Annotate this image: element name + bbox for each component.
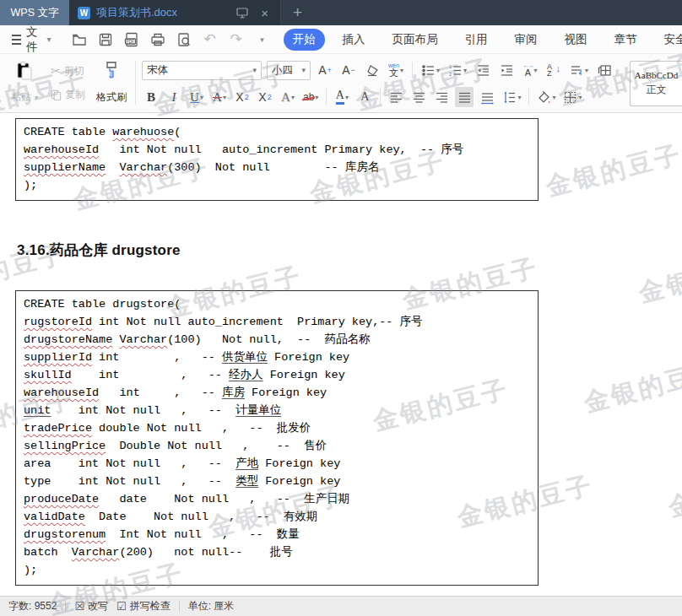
new-tab-button[interactable]: + — [280, 0, 314, 25]
measure-unit[interactable]: 单位: 厘米 — [188, 599, 235, 613]
export-pdf-icon[interactable]: PDF — [122, 30, 141, 49]
align-center-button[interactable] — [409, 87, 428, 107]
underline-button[interactable]: U▾ — [187, 87, 206, 107]
open-file-icon[interactable] — [70, 30, 89, 49]
toolbar-row-font: 宋体▾ 小四▾ A+ A− wén文▾ ▾ 12▾ — [142, 59, 614, 81]
bold-button[interactable]: B — [142, 87, 160, 107]
text-tools-button[interactable] — [595, 60, 614, 80]
decrease-font-button[interactable]: A− — [339, 60, 358, 80]
print-preview-icon[interactable] — [175, 30, 193, 49]
shading-button[interactable]: ▾ — [535, 87, 557, 107]
tab-view[interactable]: 视图 — [555, 29, 597, 51]
code-text: supplierId — [24, 351, 92, 364]
code-text: int , -- — [72, 369, 229, 381]
code-text: warehouseId — [24, 143, 99, 156]
bullet-list-button[interactable]: ▾ — [419, 60, 441, 80]
quick-access-more-icon[interactable]: ▾ — [253, 30, 272, 49]
cut-button[interactable]: ✂ 剪切 — [47, 62, 89, 79]
tab-security[interactable]: 安全 — [655, 29, 682, 51]
code-line: CREATE table warehuose( — [24, 123, 530, 141]
code-text: Varchar — [119, 161, 167, 174]
code-line: tradePrice double Not null , -- 批发价 — [24, 419, 530, 437]
code-text: date Not null , -- 生产日期 — [99, 493, 349, 505]
file-menu-button[interactable]: 文件 ▾ — [7, 24, 57, 55]
format-painter-label: 格式刷 — [93, 89, 130, 105]
code-text: Int Not null , -- 数量 — [106, 528, 300, 541]
spellcheck-toggle[interactable]: ☑ 拼写检查 — [116, 599, 170, 613]
superscript-button[interactable]: X2 — [233, 87, 252, 107]
borders-button[interactable]: ▾ — [561, 87, 583, 107]
clear-format-button[interactable] — [363, 60, 382, 80]
line-spacing-button[interactable]: ▾ — [501, 87, 522, 107]
quick-access-toolbar: PDF ↶ ↷ ▾ — [70, 30, 272, 49]
code-text: int , -- — [99, 386, 222, 399]
code-text: 经办人 — [229, 369, 263, 381]
tab-page-layout[interactable]: 页面布局 — [383, 29, 447, 51]
svg-text:PDF: PDF — [126, 39, 133, 43]
italic-button[interactable]: I — [165, 87, 183, 107]
paragraph-layout-button[interactable]: ▾ — [568, 60, 590, 80]
font-size-select[interactable]: 小四▾ — [267, 61, 311, 80]
highlight-color-button[interactable]: ab▾ — [301, 87, 320, 107]
close-tab-icon[interactable]: × — [257, 6, 272, 20]
paste-button[interactable]: 粘贴▾ — [5, 57, 44, 110]
tab-insert[interactable]: 插入 — [333, 29, 375, 51]
overwrite-toggle[interactable]: ☒ 改写 — [74, 599, 108, 613]
subscript-button[interactable]: X2 — [256, 87, 274, 107]
code-text: Foreign key — [258, 457, 340, 470]
align-justify-button[interactable] — [455, 87, 474, 107]
increase-indent-button[interactable] — [497, 60, 516, 80]
code-text: validDate — [24, 511, 85, 523]
code-text: (300) Not null -- 库房名 — [167, 161, 379, 174]
distribute-button[interactable] — [478, 87, 496, 107]
copy-button[interactable]: 复制 — [47, 86, 89, 103]
word-count[interactable]: 字数: 9552 — [8, 599, 57, 613]
code-line: batch Varchar(200) not null-- 批号 — [24, 543, 530, 561]
menu-bar: 文件 ▾ PDF ↶ ↷ ▾ 开始插入页面布局引用审阅视图章节安全云服务百 — [0, 25, 682, 54]
code-text: Foreign key — [245, 386, 327, 399]
app-menu-tab[interactable]: WPS 文字 — [0, 0, 69, 25]
decrease-indent-button[interactable] — [474, 60, 492, 80]
redo-icon[interactable]: ↷ — [227, 30, 246, 49]
code-text: produceDate — [24, 493, 99, 505]
code-text: drugstorenum — [24, 528, 106, 541]
text-effects-button[interactable]: A▾ — [279, 87, 297, 107]
code-line: rugstoreId int Not null auto_increment P… — [24, 313, 530, 331]
svg-text:1: 1 — [449, 64, 452, 69]
undo-icon[interactable]: ↶ — [201, 30, 219, 49]
sort-button[interactable]: AZ↓ — [544, 60, 563, 80]
strikethrough-button[interactable]: A▾ — [210, 87, 229, 107]
align-left-button[interactable] — [387, 87, 405, 107]
code-text: Double Not null , -- 售价 — [106, 440, 327, 452]
code-line: ); — [24, 561, 530, 579]
font-family-select[interactable]: 宋体▾ — [142, 61, 262, 80]
code-text: supplierName — [24, 161, 106, 174]
align-right-button[interactable] — [432, 87, 451, 107]
code-text: int , -- — [92, 351, 222, 364]
font-family-value: 宋体 — [147, 63, 168, 78]
code-text: int Not null , -- — [51, 404, 235, 417]
tab-home[interactable]: 开始 — [284, 29, 325, 51]
increase-font-button[interactable]: A+ — [316, 60, 334, 80]
style-gallery[interactable]: AaBbCcDd 正文 — [630, 61, 682, 106]
tab-section[interactable]: 章节 — [605, 29, 647, 51]
document-tab[interactable]: W 项目策划书.docx × — [69, 0, 280, 25]
code-text: (200) not null-- 批号 — [119, 546, 292, 559]
monitor-icon[interactable] — [233, 8, 252, 19]
tab-review[interactable]: 审阅 — [506, 29, 547, 51]
character-border-button[interactable]: A — [355, 87, 374, 107]
print-icon[interactable] — [149, 30, 167, 49]
code-text: Date Not null , -- 有效期 — [85, 511, 317, 523]
save-icon[interactable] — [96, 30, 115, 49]
font-color-button[interactable]: A▾ — [333, 87, 351, 107]
pinyin-guide-button[interactable]: wén文▾ — [387, 60, 405, 80]
format-painter-button[interactable]: 格式刷 — [92, 57, 131, 110]
code-text: tradePrice — [24, 422, 92, 435]
document-page[interactable]: CREATE table warehuose(warehouseId int N… — [0, 114, 682, 596]
numbered-list-button[interactable]: 12▾ — [447, 60, 468, 80]
character-scale-button[interactable]: ←→A▾ — [521, 60, 539, 80]
title-bar: WPS 文字 W 项目策划书.docx × + — [0, 0, 682, 25]
divider — [65, 601, 66, 612]
ribbon-tabs: 开始插入页面布局引用审阅视图章节安全云服务百 — [284, 29, 682, 51]
tab-references[interactable]: 引用 — [456, 29, 497, 51]
